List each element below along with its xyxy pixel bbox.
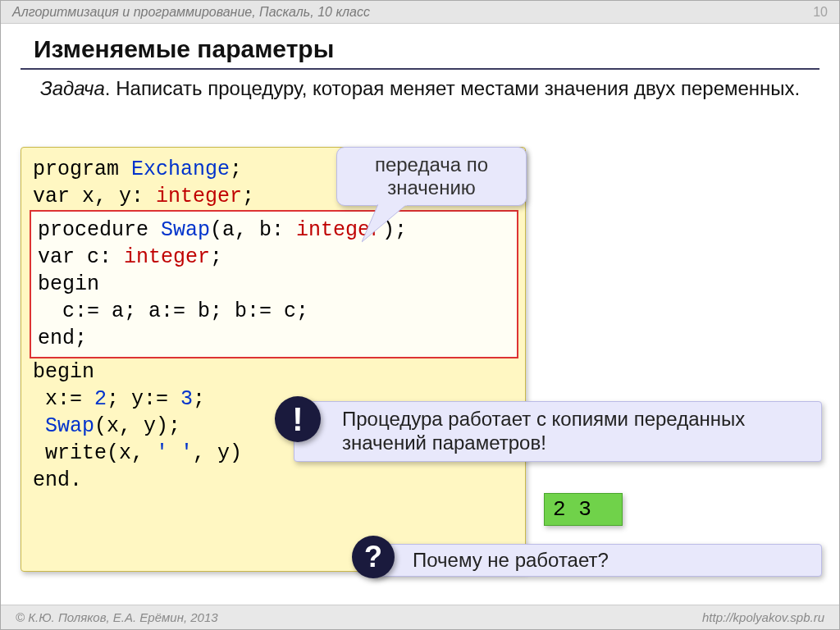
code-line-7: end; bbox=[38, 325, 512, 352]
note-copies: Процедура работает с копиями переданных … bbox=[294, 401, 822, 462]
task-label: Задача bbox=[40, 77, 105, 99]
procedure-box: procedure Swap(a, b: integer); var c: in… bbox=[30, 210, 518, 358]
callout-text: передача по значению bbox=[337, 153, 526, 199]
code-line-8: begin bbox=[33, 358, 515, 386]
note-copies-text: Процедура работает с копиями переданных … bbox=[342, 408, 821, 455]
output-result: 2 3 bbox=[544, 493, 623, 526]
footer: © К.Ю. Поляков, Е.А. Ерёмин, 2013 http:/… bbox=[1, 605, 839, 629]
question-badge-icon: ? bbox=[352, 536, 395, 578]
code-line-3: procedure Swap(a, b: integer); bbox=[38, 217, 512, 244]
exclamation-badge-icon: ! bbox=[275, 396, 321, 442]
slide: Алгоритмизация и программирование, Паска… bbox=[0, 0, 840, 630]
copyright: © К.Ю. Поляков, Е.А. Ерёмин, 2013 bbox=[16, 610, 218, 624]
note-question: Почему не работает? bbox=[371, 544, 822, 577]
code-box: program Exchange; var x, y: integer; pro… bbox=[21, 147, 526, 572]
footer-url: http://kpolyakov.spb.ru bbox=[702, 610, 824, 624]
code-line-4: var c: integer; bbox=[38, 244, 512, 271]
code-line-6: c:= a; a:= b; b:= c; bbox=[38, 298, 512, 325]
top-bar: Алгоритмизация и программирование, Паска… bbox=[1, 1, 839, 24]
title-rule bbox=[21, 68, 819, 70]
slide-title: Изменяемые параметры bbox=[1, 24, 839, 68]
code-line-5: begin bbox=[38, 271, 512, 298]
task-text: Задача. Написать процедуру, которая меня… bbox=[1, 75, 839, 109]
svg-marker-0 bbox=[362, 204, 407, 242]
page-number: 10 bbox=[813, 5, 828, 20]
note-question-text: Почему не работает? bbox=[413, 549, 609, 572]
code-line-12: end. bbox=[33, 467, 515, 494]
callout-pass-by-value: передача по значению bbox=[336, 147, 527, 206]
course-title: Алгоритмизация и программирование, Паска… bbox=[12, 5, 370, 20]
task-body: . Написать процедуру, которая меняет мес… bbox=[105, 77, 800, 99]
